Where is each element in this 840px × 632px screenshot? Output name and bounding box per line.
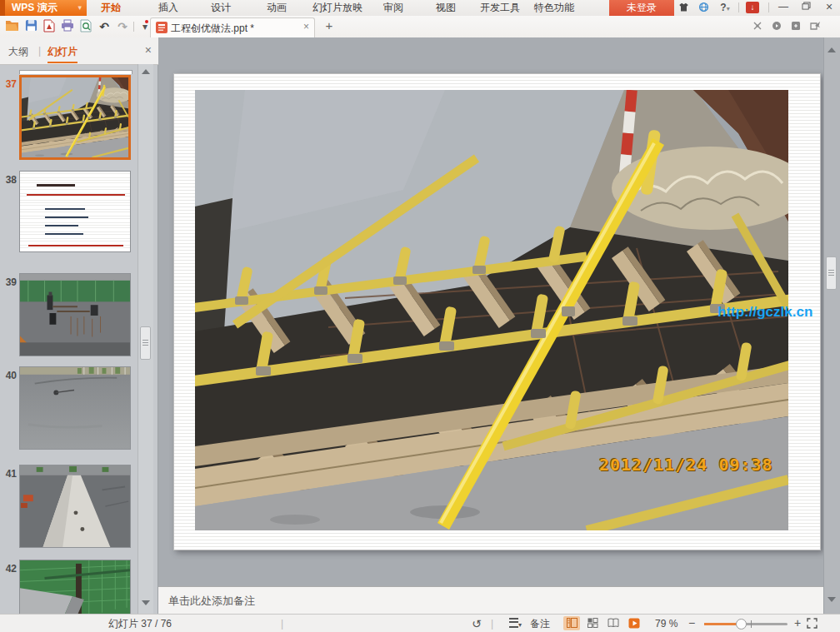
tab-close-icon[interactable]: × bbox=[303, 21, 309, 32]
zoom-percent[interactable]: 79 % bbox=[655, 617, 678, 630]
task-pane-icon[interactable] bbox=[791, 21, 802, 32]
notes-caret-icon: ▾ bbox=[518, 621, 522, 629]
notification-dot bbox=[145, 20, 148, 23]
zoom-in-button[interactable]: + bbox=[792, 616, 803, 630]
statusbar-separator1: | bbox=[281, 617, 283, 630]
menu-tab-review[interactable]: 审阅 bbox=[383, 0, 403, 16]
slide-thumbnail-40[interactable] bbox=[19, 366, 131, 450]
slide-number-40: 40 bbox=[0, 370, 17, 381]
minimize-button[interactable]: — bbox=[773, 0, 793, 15]
document-tab-title: 工程创优做法.ppt * bbox=[171, 22, 254, 36]
slide-thumbnail-39[interactable] bbox=[19, 273, 131, 356]
sidebar-scroll-down-icon[interactable] bbox=[142, 600, 150, 605]
notes-toggle-label[interactable]: 备注 bbox=[530, 617, 550, 630]
main-scroll-down-icon[interactable] bbox=[828, 597, 836, 602]
help-caret-icon: ▾ bbox=[727, 5, 730, 12]
history-icon[interactable]: ↺ bbox=[472, 617, 482, 630]
slide-thumbnail-38[interactable] bbox=[19, 171, 131, 252]
download-icon[interactable]: ↓ bbox=[746, 2, 759, 13]
slide-canvas: 2012/11/24 09:38 http://gczlk.cn bbox=[158, 37, 823, 586]
sidebar-scroll-thumb[interactable] bbox=[140, 326, 151, 360]
tab-outline[interactable]: 大纲 bbox=[8, 45, 28, 59]
menu-tab-devtools[interactable]: 开发工具 bbox=[480, 0, 520, 16]
slide-number-39: 39 bbox=[0, 276, 17, 288]
titlebar-separator bbox=[738, 2, 739, 12]
slide-panel: 大纲 | 幻灯片 × 37 38 39 bbox=[0, 37, 158, 614]
zoom-out-button[interactable]: − bbox=[686, 616, 698, 630]
thumb38-title bbox=[37, 184, 75, 187]
main-scroll-thumb[interactable] bbox=[826, 256, 837, 290]
slide-thumbnail-42[interactable] bbox=[19, 560, 131, 614]
redo-icon[interactable]: ↷ bbox=[115, 19, 130, 34]
save-icon[interactable] bbox=[23, 19, 38, 34]
login-button[interactable]: 未登录 bbox=[609, 0, 674, 16]
view-normal-button[interactable] bbox=[563, 616, 580, 630]
thumb38-rule-bottom bbox=[28, 245, 123, 246]
zoom-slider-tick bbox=[751, 620, 752, 628]
slide-panel-header: 大纲 | 幻灯片 × bbox=[0, 37, 158, 65]
quick-toolbar: ↶ ↷ ▾ 工程创优做法.ppt * × + bbox=[0, 16, 840, 38]
logo-caret-icon: ▾ bbox=[78, 0, 82, 16]
slide-page[interactable]: 2012/11/24 09:38 http://gczlk.cn bbox=[173, 73, 821, 550]
slide-number-41: 41 bbox=[0, 468, 17, 480]
thumb38-bullet3 bbox=[45, 225, 78, 226]
share-icon[interactable] bbox=[810, 21, 822, 32]
tab-slides[interactable]: 幻灯片 bbox=[48, 45, 78, 63]
view-slideshow-button[interactable] bbox=[626, 616, 642, 630]
slide-number-42: 42 bbox=[0, 563, 17, 575]
slide-thumbnail-37[interactable] bbox=[19, 75, 131, 160]
print-icon[interactable] bbox=[60, 19, 75, 34]
close-window-button[interactable]: × bbox=[819, 0, 839, 15]
slide-photo[interactable]: 2012/11/24 09:38 bbox=[195, 90, 788, 530]
notes-toggle-icon[interactable]: ▾ bbox=[509, 617, 522, 632]
open-file-icon[interactable] bbox=[4, 19, 19, 34]
main-scrollbar[interactable] bbox=[823, 37, 840, 614]
thumb38-rule-top bbox=[27, 194, 125, 196]
screenshot-icon[interactable] bbox=[752, 21, 764, 32]
toolbar-separator bbox=[133, 22, 134, 32]
menu-tab-design[interactable]: 设计 bbox=[211, 0, 231, 16]
restore-button[interactable] bbox=[796, 0, 816, 15]
app-logo[interactable]: WPS 演示▾ bbox=[0, 0, 87, 16]
sidebar-scrollbar[interactable] bbox=[138, 64, 153, 614]
photo-timestamp: 2012/11/24 09:38 bbox=[599, 455, 773, 475]
statusbar-separator2: | bbox=[491, 617, 493, 630]
menu-tab-home[interactable]: 开始 bbox=[101, 0, 121, 16]
thumb38-bullet1 bbox=[45, 208, 85, 210]
panel-close-icon[interactable]: × bbox=[145, 43, 152, 57]
photo-watermark: http://gczlk.cn bbox=[718, 304, 812, 321]
zoom-slider[interactable] bbox=[704, 623, 788, 625]
help-glyph: ? bbox=[720, 2, 726, 13]
slide-thumbnail-41[interactable] bbox=[19, 465, 131, 548]
view-sorter-button[interactable] bbox=[584, 616, 601, 630]
notes-pane[interactable]: 单击此处添加备注 bbox=[158, 586, 823, 614]
view-reading-button[interactable] bbox=[605, 616, 622, 630]
title-bar: WPS 演示▾ 开始 插入 设计 动画 幻灯片放映 审阅 视图 开发工具 特色功… bbox=[0, 0, 840, 17]
network-icon[interactable] bbox=[697, 2, 710, 14]
menu-tab-insert[interactable]: 插入 bbox=[158, 0, 178, 16]
document-tab[interactable]: 工程创优做法.ppt * × bbox=[150, 17, 315, 37]
menu-tab-view[interactable]: 视图 bbox=[436, 0, 456, 16]
new-tab-button[interactable]: + bbox=[322, 17, 337, 34]
zoom-slider-thumb[interactable] bbox=[736, 619, 747, 630]
slide-thumbnail-36-partial[interactable] bbox=[19, 70, 132, 74]
menu-tab-animation[interactable]: 动画 bbox=[267, 0, 287, 16]
sidebar-scroll-up-icon[interactable] bbox=[142, 69, 150, 74]
slide-number-37: 37 bbox=[0, 78, 17, 90]
play-tools-icon[interactable] bbox=[772, 21, 783, 32]
status-bar: 幻灯片 37 / 76 | ↺ | ▾ 备注 79 % − + bbox=[0, 614, 840, 632]
fit-window-icon[interactable] bbox=[807, 618, 818, 632]
thumb38-bullet2 bbox=[45, 216, 88, 218]
skin-icon[interactable] bbox=[677, 2, 690, 14]
menu-tab-features[interactable]: 特色功能 bbox=[534, 0, 574, 16]
help-icon[interactable]: ?▾ bbox=[717, 2, 733, 14]
export-pdf-icon[interactable] bbox=[42, 19, 57, 34]
thumbnail-list: 37 38 39 bbox=[0, 64, 137, 614]
menu-tab-slideshow[interactable]: 幻灯片放映 bbox=[312, 0, 362, 16]
ppt-file-icon bbox=[156, 22, 168, 36]
notes-placeholder[interactable]: 单击此处添加备注 bbox=[168, 594, 255, 609]
undo-icon[interactable]: ↶ bbox=[97, 19, 112, 34]
panel-tab-separator: | bbox=[38, 45, 41, 57]
main-scroll-up-icon[interactable] bbox=[828, 47, 836, 52]
print-preview-icon[interactable] bbox=[78, 19, 93, 34]
